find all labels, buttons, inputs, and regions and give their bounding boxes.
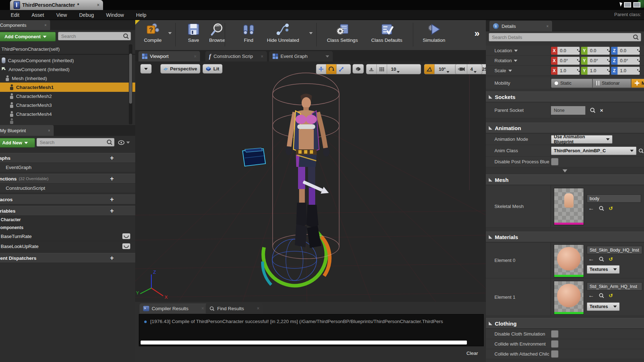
variable-base-look-up-rate[interactable]: BaseLookUpRate — [0, 242, 135, 251]
location-x-field[interactable]: X0.0 — [551, 47, 580, 55]
tab-construction-script[interactable]: f Construction Scrip — [205, 51, 267, 61]
rotation-label[interactable]: Rotation — [486, 56, 551, 65]
parent-socket-value[interactable]: None — [551, 106, 585, 115]
location-y-field[interactable]: Y0.0 — [581, 47, 610, 55]
materials-section-header[interactable]: Materials — [486, 232, 644, 242]
components-scrollbar[interactable] — [129, 44, 132, 124]
rotation-z-value[interactable]: 0.0° — [618, 57, 640, 65]
skeletal-mesh-thumbnail[interactable] — [554, 188, 584, 225]
toolbar-overflow-button[interactable]: » — [474, 28, 479, 39]
mobility-static-button[interactable]: Static — [551, 79, 592, 88]
scale-z-field[interactable]: Z1.0 — [611, 67, 640, 75]
editable-eye-icon[interactable] — [122, 243, 130, 249]
browse-asset-icon[interactable] — [599, 205, 604, 211]
menu-view[interactable]: View — [56, 12, 67, 18]
translate-tool-button[interactable] — [316, 64, 326, 74]
advanced-expander[interactable] — [486, 168, 644, 174]
collide-environment-checkbox[interactable] — [551, 340, 558, 348]
camera-speed-button[interactable] — [455, 64, 467, 74]
clothing-section-header[interactable]: Clothing — [486, 318, 644, 329]
close-icon[interactable] — [201, 306, 204, 311]
menu-debug[interactable]: Debug — [79, 12, 94, 18]
add-graph-icon[interactable] — [110, 155, 114, 161]
location-z-value[interactable]: 0.0 — [618, 47, 640, 55]
asset-tab[interactable]: ThirdPersonCharacter * — [10, 0, 103, 10]
anim-class-search-icon[interactable] — [638, 148, 644, 154]
tree-row-arrow[interactable]: ArrowComponent (Inherited) — [0, 65, 135, 74]
scale-y-value[interactable]: 1.0 — [587, 67, 610, 75]
visibility-filter-button[interactable] — [118, 139, 130, 146]
tab-viewport[interactable]: Viewport — [138, 51, 200, 61]
mobility-stationary-button[interactable]: Stationar — [592, 79, 631, 88]
event-dispatchers-header[interactable]: Event Dispatchers — [0, 253, 135, 263]
socket-search-icon[interactable] — [590, 107, 596, 113]
animation-mode-dropdown[interactable]: Use Animation Blueprint — [551, 135, 613, 144]
collide-children-checkbox[interactable] — [551, 350, 558, 358]
scale-z-value[interactable]: 1.0 — [618, 67, 640, 75]
category-components[interactable]: Components — [0, 224, 135, 232]
tab-my-blueprint[interactable]: My Blueprint — [0, 125, 54, 136]
rotation-y-field[interactable]: Y0.0° — [581, 57, 610, 65]
coordinate-system-button[interactable] — [352, 64, 364, 74]
tab-compiler-results[interactable]: Compiler Results — [140, 303, 208, 313]
browse-asset-icon[interactable] — [599, 293, 604, 298]
disable-cloth-checkbox[interactable] — [551, 330, 558, 338]
close-icon[interactable] — [48, 129, 50, 133]
window-restore-icon[interactable] — [624, 2, 631, 8]
tree-row-partial[interactable] — [0, 118, 135, 124]
scale-x-value[interactable]: 1.0 — [557, 67, 580, 75]
element0-asset-field[interactable]: Std_Skin_Body_HQ_Inst — [587, 246, 642, 254]
scale-tool-button[interactable] — [337, 64, 346, 74]
close-icon[interactable] — [44, 23, 47, 27]
close-icon[interactable] — [261, 54, 263, 59]
clear-socket-icon[interactable] — [600, 107, 603, 113]
compile-options-chevron-icon[interactable] — [168, 32, 172, 34]
location-y-value[interactable]: 0.0 — [587, 47, 610, 55]
browse-asset-icon[interactable] — [599, 256, 604, 262]
event-graph-item[interactable]: EventGraph — [0, 163, 135, 172]
hide-unrelated-chevron-icon[interactable] — [309, 32, 313, 34]
viewport-options-button[interactable] — [140, 64, 152, 74]
category-character[interactable]: Character — [0, 216, 135, 224]
tab-details[interactable]: i Details — [489, 21, 552, 31]
simulation-button[interactable]: Simulation — [414, 22, 454, 48]
viewport-3d[interactable]: Z Y X Perspective Lit — [135, 61, 486, 302]
add-new-button[interactable]: Add New — [0, 138, 35, 148]
compile-button[interactable]: ? Compile — [133, 22, 172, 48]
grid-snap-toggle[interactable] — [377, 64, 387, 74]
scale-x-field[interactable]: X1.0 — [551, 67, 580, 75]
construction-script-item[interactable]: ConstructionScript — [0, 184, 135, 193]
rotation-x-field[interactable]: X0.0° — [551, 57, 580, 65]
tree-row-charactermesh3[interactable]: CharacterMesh3 — [0, 100, 135, 110]
close-icon[interactable] — [194, 54, 196, 59]
tree-row-charactermesh2[interactable]: CharacterMesh2 — [0, 91, 135, 101]
animation-section-header[interactable]: Animation — [486, 123, 644, 133]
rotation-snap-value[interactable]: 10° — [435, 64, 453, 74]
mobility-movable-button[interactable]: Mova — [631, 79, 644, 88]
location-x-value[interactable]: 0.0 — [557, 47, 580, 55]
close-icon[interactable] — [546, 24, 548, 28]
reset-icon[interactable] — [609, 257, 613, 262]
window-close-icon[interactable] — [633, 2, 640, 8]
use-selected-icon[interactable] — [588, 205, 594, 211]
location-label[interactable]: Location — [486, 46, 551, 55]
macros-header[interactable]: Macros — [0, 194, 135, 204]
element1-textures-dropdown[interactable]: Textures — [587, 302, 620, 311]
menu-edit[interactable]: Edit — [11, 12, 19, 18]
tree-row-self[interactable]: ThirdPersonCharacter(self) — [0, 44, 135, 54]
lit-mode-button[interactable]: Lit — [203, 64, 223, 74]
functions-header[interactable]: Functions (32 Overridable) — [0, 174, 135, 184]
add-dispatcher-icon[interactable] — [110, 255, 114, 261]
surface-snap-button[interactable] — [366, 64, 377, 74]
tab-find-results[interactable]: Find Results — [206, 303, 263, 313]
hide-unrelated-button[interactable]: Hide Unrelated — [260, 22, 306, 48]
rotation-x-value[interactable]: 0.0° — [557, 57, 580, 65]
reset-icon[interactable] — [609, 206, 613, 211]
tree-row-mesh[interactable]: Mesh (Inherited) — [0, 74, 135, 83]
camera-speed-value[interactable]: 4 — [467, 64, 479, 74]
element1-asset-field[interactable]: Std_Skin_Arm_HQ_Inst — [587, 282, 642, 291]
rotation-snap-toggle[interactable] — [424, 64, 435, 74]
element1-thumbnail[interactable] — [554, 281, 584, 314]
tree-row-capsule[interactable]: CapsuleComponent (Inherited) — [0, 56, 135, 65]
add-macro-icon[interactable] — [110, 196, 114, 203]
